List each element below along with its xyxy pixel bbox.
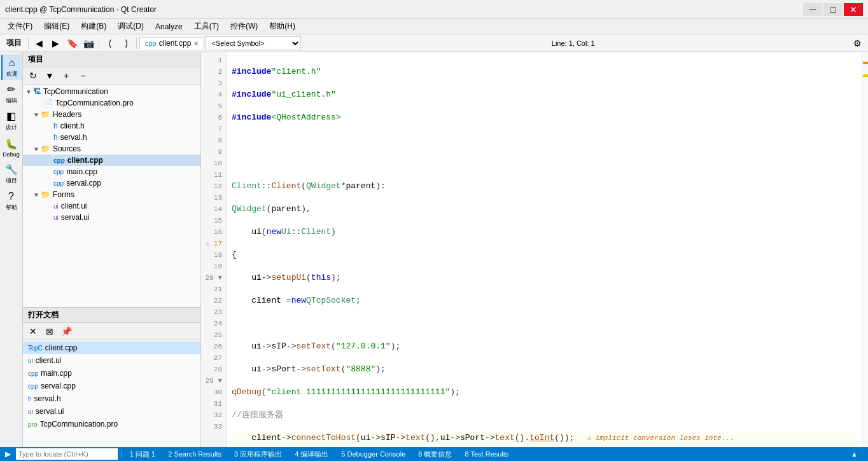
file-tab[interactable]: cpp client.cpp ✕ — [139, 37, 204, 49]
project-icon: 🔧 — [5, 163, 18, 175]
status-debugger-console[interactable]: 5 Debugger Console — [336, 447, 410, 461]
line-num-29: 29 ▼ — [201, 375, 226, 387]
open-doc-4[interactable]: h serval.h — [23, 392, 200, 405]
code-scroll[interactable]: #include "client.h" #include "ui_client.… — [227, 52, 862, 447]
status-up-arrow[interactable]: ▲ — [846, 447, 863, 461]
open-doc-2[interactable]: cpp main.cpp — [23, 367, 200, 380]
open-doc-label-4: serval.h — [34, 394, 61, 403]
open-doc-icon-6: pro — [28, 421, 37, 428]
menu-tools[interactable]: 工具(T) — [189, 20, 224, 33]
open-doc-icon-1: ui — [28, 357, 33, 364]
sidebar-debug-btn[interactable]: 🐛 Debug — [1, 135, 22, 160]
open-doc-label-2: main.cpp — [41, 369, 72, 378]
code-line-11: client = new QTcpSocket; — [232, 295, 857, 306]
tree-main-cpp[interactable]: cpp main.cpp — [23, 166, 200, 177]
help-icon: ? — [8, 191, 14, 202]
sidebar-help-btn[interactable]: ? 帮助 — [1, 188, 22, 214]
tree-root[interactable]: ▼ 🏗 TcpCommunication — [23, 86, 200, 97]
open-doc-label-5: serval.ui — [36, 407, 64, 416]
tree-sources-group[interactable]: ▼ 📁 Sources — [23, 143, 200, 155]
sidebar-design-btn[interactable]: ◧ 设计 — [1, 108, 22, 134]
toolbar-bookmark-btn[interactable]: 🔖 — [64, 36, 80, 50]
titlebar-title: client.cpp @ TcpCommunication - Qt Creat… — [5, 5, 157, 14]
code-container[interactable]: 1 2 3 4 5 6 7 8 9 10 11 12 13 14 15 16 ⚠… — [201, 52, 868, 447]
sidebar-project-btn[interactable]: 🔧 项目 — [1, 162, 22, 187]
status-problems[interactable]: 1 问题 1 — [125, 447, 160, 461]
cpp-file-icon-3: cpp — [53, 180, 64, 187]
menu-help[interactable]: 帮助(H) — [264, 20, 300, 33]
line-numbers: 1 2 3 4 5 6 7 8 9 10 11 12 13 14 15 16 ⚠… — [201, 52, 227, 447]
line-num-17: ⚠ 17 — [201, 238, 226, 249]
main-area: ⌂ 欢迎 ✏ 编辑 ◧ 设计 🐛 Debug 🔧 项目 ? 帮助 项目 ↻ — [0, 52, 868, 447]
menu-analyze[interactable]: Analyze — [150, 21, 188, 32]
open-doc-icon-4: h — [28, 396, 32, 403]
tree-headers-group[interactable]: ▼ 📁 Headers — [23, 109, 200, 120]
menu-build[interactable]: 构建(B) — [76, 20, 111, 33]
tree-client-cpp-label: client.cpp — [67, 156, 103, 165]
tree-serval-cpp[interactable]: cpp serval.cpp — [23, 177, 200, 189]
toolbar-back-btn[interactable]: ◀ — [31, 36, 46, 50]
symbol-selector[interactable]: <Select Symbol> — [206, 36, 301, 50]
line-num-3: 3 — [201, 78, 226, 89]
project-sync-btn[interactable]: ↻ — [25, 69, 41, 83]
status-test-results[interactable]: 8 Test Results — [459, 447, 514, 461]
project-panel-toolbar: ↻ ▼ + − — [23, 67, 200, 85]
menu-debug[interactable]: 调试(D) — [113, 20, 149, 33]
sidebar-welcome-btn[interactable]: ⌂ 欢迎 — [1, 55, 22, 80]
tree-client-h[interactable]: h client.h — [23, 120, 200, 132]
open-doc-6[interactable]: pro TcpCommunication.pro — [23, 418, 200, 430]
sources-folder-icon: 📁 — [41, 144, 50, 153]
menu-edit[interactable]: 编辑(E) — [39, 20, 74, 33]
file-tab-close[interactable]: ✕ — [193, 40, 199, 47]
tree-serval-h[interactable]: h serval.h — [23, 132, 200, 143]
sidebar-edit-btn[interactable]: ✏ 编辑 — [1, 81, 22, 107]
tree-serval-ui[interactable]: ui serval.ui — [23, 212, 200, 223]
line-num-30: 30 — [201, 387, 226, 398]
minimize-button[interactable]: ─ — [803, 3, 822, 16]
project-panel-title: 项目 — [28, 54, 43, 65]
line-num-24: 24 — [201, 318, 226, 329]
toolbar-nav-right[interactable]: ⟩ — [118, 36, 134, 50]
open-doc-0[interactable]: TcpC client.cpp — [23, 341, 200, 354]
project-add-btn[interactable]: + — [59, 69, 74, 83]
line-num-19: 19 — [201, 261, 226, 272]
titlebar: client.cpp @ TcpCommunication - Qt Creat… — [0, 0, 868, 19]
status-app-output[interactable]: 3 应用程序输出 — [229, 447, 287, 461]
menu-controls[interactable]: 控件(W) — [225, 20, 263, 33]
open-doc-5[interactable]: ui serval.ui — [23, 405, 200, 418]
open-docs-close-btn[interactable]: ✕ — [25, 324, 41, 338]
status-compile-output[interactable]: 4 编译输出 — [290, 447, 333, 461]
tree-forms-group[interactable]: ▼ 📁 Forms — [23, 189, 200, 200]
tree-client-ui[interactable]: ui client.ui — [23, 200, 200, 212]
project-minus-btn[interactable]: − — [75, 69, 90, 83]
line-num-4: 4 — [201, 89, 226, 100]
project-filter-btn[interactable]: ▼ — [42, 69, 57, 83]
toolbar-separator-3 — [136, 38, 137, 49]
close-button[interactable]: ✕ — [844, 3, 863, 16]
status-search-results[interactable]: 2 Search Results — [163, 447, 227, 461]
code-line-3: #include <QHostAddress> — [232, 112, 857, 123]
tree-serval-ui-label: serval.ui — [61, 213, 90, 222]
tree-client-cpp[interactable]: cpp client.cpp — [23, 155, 200, 166]
locate-search-input[interactable] — [16, 448, 118, 460]
tree-pro-file[interactable]: 📄 TcpCommunication.pro — [23, 97, 200, 109]
file-tab-name: client.cpp — [159, 39, 192, 48]
open-docs-title: 打开文档 — [28, 310, 59, 320]
line-num-23: 23 — [201, 306, 226, 318]
maximize-button[interactable]: □ — [823, 3, 843, 16]
toolbar-snapshot-btn[interactable]: 📷 — [81, 36, 96, 50]
open-docs-close-all-btn[interactable]: ⊠ — [42, 324, 57, 338]
toolbar-nav-left[interactable]: ⟨ — [102, 36, 117, 50]
editor-settings-btn[interactable]: ⚙ — [850, 36, 865, 50]
open-doc-1[interactable]: ui client.ui — [23, 354, 200, 367]
line-num-14: 14 — [201, 203, 226, 215]
menu-file[interactable]: 文件(F) — [3, 20, 38, 33]
headers-folder-icon: 📁 — [41, 110, 50, 119]
margin-marker-1 — [863, 62, 868, 64]
code-line-4 — [232, 135, 857, 146]
status-general-messages[interactable]: 6 概要信息 — [413, 447, 457, 461]
open-docs-pin-btn[interactable]: 📌 — [59, 324, 74, 338]
toolbar-forward-btn[interactable]: ▶ — [48, 36, 63, 50]
debug-icon: 🐛 — [5, 138, 18, 150]
open-doc-3[interactable]: cpp serval.cpp — [23, 380, 200, 392]
